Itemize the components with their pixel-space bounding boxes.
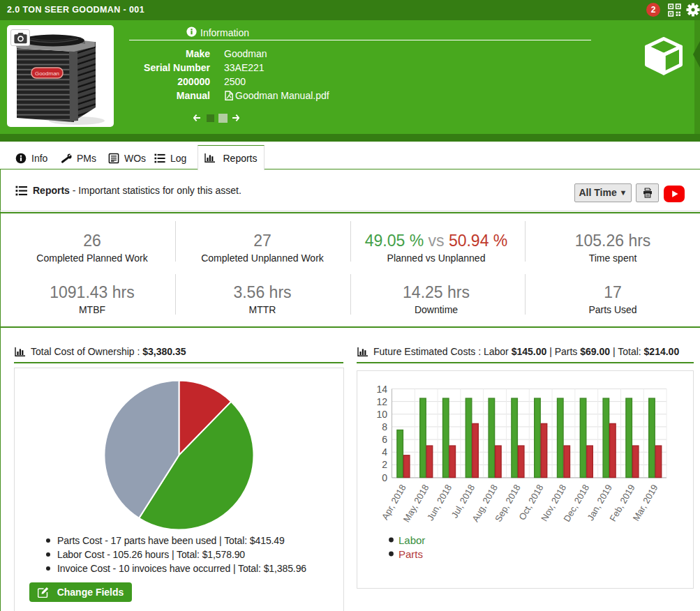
svg-text:10: 10 xyxy=(376,409,387,420)
svg-text:Goodman: Goodman xyxy=(35,70,59,77)
svg-text:14: 14 xyxy=(376,384,387,395)
svg-text:2: 2 xyxy=(382,459,387,470)
svg-text:6: 6 xyxy=(382,434,387,445)
svg-text:4: 4 xyxy=(382,446,387,458)
svg-text:Parts: Parts xyxy=(399,548,423,560)
svg-text:Labor: Labor xyxy=(399,534,425,546)
svg-text:12: 12 xyxy=(376,396,387,407)
svg-text:8: 8 xyxy=(382,421,387,432)
svg-text:0: 0 xyxy=(382,472,387,483)
